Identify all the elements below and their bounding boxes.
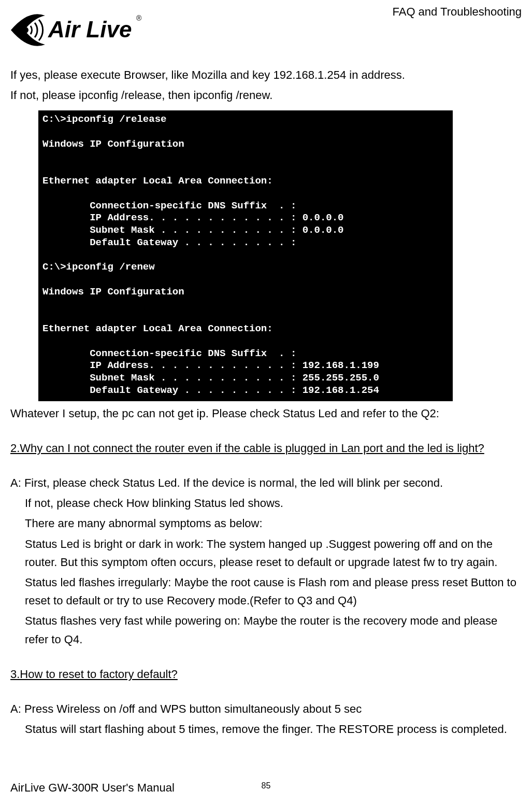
q3-answer-line2: Status will start flashing about 5 times… (10, 720, 522, 738)
q3-question: 3.How to reset to factory default? (10, 665, 522, 683)
brand-logo: Air Live ® (8, 5, 142, 57)
terminal-screenshot: C:\>ipconfig /release Windows IP Configu… (38, 110, 453, 401)
page-header: Air Live ® FAQ and Troubleshooting (10, 5, 522, 57)
q2-answer-line4: Status Led is bright or dark in work: Th… (10, 535, 522, 571)
svg-point-0 (22, 27, 28, 33)
manual-title: AirLive GW-300R User's Manual (10, 781, 175, 795)
q3-answer-line1: A: Press Wireless on /off and WPS button… (10, 700, 522, 718)
q2-answer-line2: If not, please check How blinking Status… (10, 494, 522, 512)
airlive-logo-icon: Air Live ® (8, 5, 142, 54)
post-terminal-text: Whatever I setup, the pc can not get ip.… (10, 404, 522, 422)
page-number: 85 (262, 781, 271, 790)
body-content: If yes, please execute Browser, like Moz… (10, 66, 522, 738)
page-footer: AirLive GW-300R User's Manual 85 (10, 781, 522, 795)
logo-text: Air Live (48, 17, 132, 42)
q2-answer-line1: A: First, please check Status Led. If th… (10, 474, 522, 492)
document-page: Air Live ® FAQ and Troubleshooting If ye… (0, 0, 532, 805)
section-title: FAQ and Troubleshooting (393, 5, 522, 19)
intro-line-1: If yes, please execute Browser, like Moz… (10, 66, 522, 84)
q2-answer-line6: Status flashes very fast while powering … (10, 612, 522, 648)
q2-answer-line3: There are many abnormal symptoms as belo… (10, 514, 522, 532)
logo-registered: ® (136, 14, 142, 22)
q2-answer-line5: Status led flashes irregularly: Maybe th… (10, 573, 522, 610)
intro-line-2: If not, please ipconfig /release, then i… (10, 86, 522, 104)
q2-question: 2.Why can I not connect the router even … (10, 439, 522, 457)
